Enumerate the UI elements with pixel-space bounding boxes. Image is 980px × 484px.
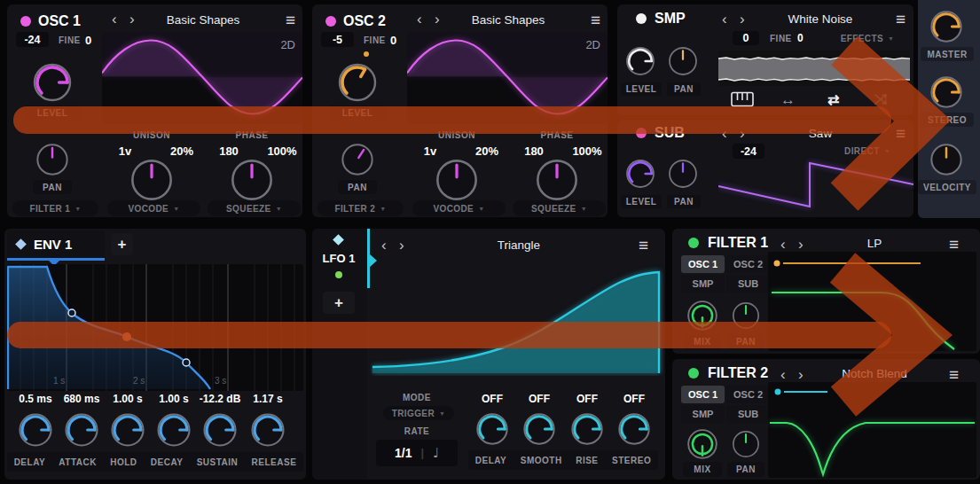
smp-menu-icon[interactable]: ≡ xyxy=(896,11,906,27)
osc2-waveform-display[interactable]: 2D xyxy=(407,32,608,124)
filter1-input-osc1[interactable]: OSC 1 xyxy=(681,255,725,273)
osc2-prev-button[interactable]: ‹ xyxy=(417,12,422,27)
osc2-phase-knob[interactable] xyxy=(534,157,580,203)
filter2-input-sub[interactable]: SUB xyxy=(726,405,770,423)
filter1-prev-button[interactable]: ‹ xyxy=(780,237,786,252)
env1-release-knob[interactable] xyxy=(249,411,286,449)
osc1-transpose-value[interactable]: -24 xyxy=(16,32,49,47)
osc1-phase-mode-dropdown[interactable]: SQUEEZE▼ xyxy=(208,200,301,216)
smp-fine-value[interactable]: 0 xyxy=(797,32,804,44)
osc1-fine-value[interactable]: 0 xyxy=(85,34,91,47)
osc1-unison-detune[interactable]: 20% xyxy=(170,144,193,158)
osc2-power-toggle[interactable] xyxy=(325,16,336,27)
filter1-input-smp[interactable]: SMP xyxy=(681,275,725,293)
osc1-level-knob[interactable] xyxy=(31,61,74,104)
smp-power-toggle[interactable] xyxy=(636,13,647,24)
osc2-phase-random[interactable]: 100% xyxy=(572,144,601,158)
sub-waveform-display[interactable] xyxy=(718,139,913,217)
osc2-phase-value[interactable]: 180 xyxy=(524,144,544,158)
sub-pan-knob[interactable] xyxy=(667,158,699,190)
smp-bounce-icon[interactable]: ↔ xyxy=(780,91,796,109)
osc2-view-mode[interactable]: 2D xyxy=(585,38,600,51)
osc2-transpose-value[interactable]: -5 xyxy=(321,32,354,47)
env1-attack-value[interactable]: 680 ms xyxy=(64,393,100,405)
filter1-menu-icon[interactable]: ≡ xyxy=(949,236,959,253)
velocity-knob[interactable] xyxy=(929,142,964,177)
osc2-level-knob[interactable] xyxy=(336,61,379,104)
osc1-phase-random[interactable]: 100% xyxy=(267,144,296,158)
filter2-menu-icon[interactable]: ≡ xyxy=(949,366,959,383)
env1-decay-value[interactable]: 1.00 s xyxy=(159,393,188,405)
smp-pan-knob[interactable] xyxy=(667,45,699,77)
note-icon[interactable]: ♩ xyxy=(433,445,439,461)
smp-keytrack-icon[interactable] xyxy=(731,91,757,109)
smp-random-phase-icon[interactable] xyxy=(874,93,890,109)
osc1-pan-knob[interactable] xyxy=(35,142,70,177)
filter1-next-button[interactable]: › xyxy=(798,237,804,252)
filter1-response-display[interactable] xyxy=(768,252,976,351)
master-knob[interactable] xyxy=(929,9,964,44)
lfo1-rate-value[interactable]: 1/1 xyxy=(395,446,412,460)
osc2-routing-dropdown[interactable]: FILTER 2▼ xyxy=(318,200,404,216)
osc2-unison-voices[interactable]: 1v xyxy=(424,144,436,158)
filter2-next-button[interactable]: › xyxy=(798,367,804,382)
env1-release-value[interactable]: 1.17 s xyxy=(253,393,282,405)
smp-loop-icon[interactable]: ⇄ xyxy=(827,91,839,108)
lfo1-rise-knob[interactable] xyxy=(569,411,605,447)
lfo1-rise-value[interactable]: OFF xyxy=(576,393,598,405)
filter2-input-osc2[interactable]: OSC 2 xyxy=(726,386,770,403)
filter2-input-osc1[interactable]: OSC 1 xyxy=(681,386,725,403)
osc1-unison-voices[interactable]: 1v xyxy=(119,144,131,158)
env1-sustain-knob[interactable] xyxy=(201,411,239,449)
filter2-mix-knob[interactable] xyxy=(686,427,719,461)
smp-next-button[interactable]: › xyxy=(740,12,745,27)
filter2-prev-button[interactable]: ‹ xyxy=(780,367,786,382)
lfo1-smooth-knob[interactable] xyxy=(521,411,557,447)
lfo1-delay-value[interactable]: OFF xyxy=(482,393,503,405)
lfo1-mode-dropdown[interactable]: TRIGGER▼ xyxy=(383,406,454,420)
lfo1-graph[interactable] xyxy=(371,234,663,376)
osc2-unison-knob[interactable] xyxy=(434,157,480,203)
env1-hold-value[interactable]: 1.00 s xyxy=(113,393,142,405)
osc1-next-button[interactable]: › xyxy=(129,12,135,27)
osc1-phase-knob[interactable] xyxy=(229,157,275,203)
osc1-phase-value[interactable]: 180 xyxy=(219,144,239,158)
sub-power-toggle[interactable] xyxy=(636,128,647,138)
sub-level-knob[interactable] xyxy=(624,158,656,190)
env1-attack-knob[interactable] xyxy=(63,411,100,449)
osc1-wavetable-name[interactable]: Basic Shapes xyxy=(167,13,240,27)
stereo-knob[interactable] xyxy=(929,74,964,110)
env1-delay-knob[interactable] xyxy=(17,411,54,449)
filter1-input-osc2[interactable]: OSC 2 xyxy=(726,255,770,273)
osc2-pan-knob[interactable] xyxy=(340,142,375,177)
filter1-input-sub[interactable]: SUB xyxy=(726,275,770,293)
osc1-power-toggle[interactable] xyxy=(20,16,31,27)
filter2-response-display[interactable] xyxy=(768,382,976,478)
filter1-pan-knob[interactable] xyxy=(731,301,761,331)
smp-level-knob[interactable] xyxy=(624,45,656,77)
env1-delay-value[interactable]: 0.5 ms xyxy=(19,393,51,405)
smp-effects-dropdown[interactable]: EFFECTS▼ xyxy=(827,32,908,45)
filter2-type-name[interactable]: Notch Blend xyxy=(842,367,907,380)
sub-waveform-name[interactable]: Saw xyxy=(809,127,832,140)
osc1-view-mode[interactable]: 2D xyxy=(280,38,295,51)
env1-decay-knob[interactable] xyxy=(155,411,192,449)
osc2-wavetable-name[interactable]: Basic Shapes xyxy=(472,13,545,27)
osc2-fine-value[interactable]: 0 xyxy=(390,34,396,47)
env1-graph[interactable]: 1 s 2 s 3 s xyxy=(7,264,303,391)
filter2-input-smp[interactable]: SMP xyxy=(681,405,725,423)
smp-sample-name[interactable]: White Noise xyxy=(788,12,853,26)
filter2-pan-knob[interactable] xyxy=(731,429,761,459)
osc1-prev-button[interactable]: ‹ xyxy=(112,12,117,27)
osc2-unison-detune[interactable]: 20% xyxy=(475,144,498,158)
smp-prev-button[interactable]: ‹ xyxy=(722,12,727,27)
lfo1-stereo-knob[interactable] xyxy=(616,411,652,447)
filter1-power-toggle[interactable] xyxy=(688,238,699,248)
smp-transpose-value[interactable]: 0 xyxy=(733,31,759,45)
osc2-next-button[interactable]: › xyxy=(435,12,440,27)
lfo1-tab-label[interactable]: LFO 1 xyxy=(323,252,356,265)
osc2-menu-icon[interactable]: ≡ xyxy=(591,12,600,28)
filter2-power-toggle[interactable] xyxy=(688,368,699,379)
osc1-menu-icon[interactable]: ≡ xyxy=(286,12,295,28)
osc1-unison-knob[interactable] xyxy=(129,157,175,203)
